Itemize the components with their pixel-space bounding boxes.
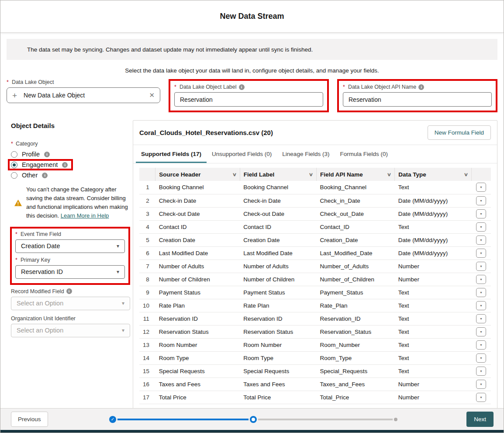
chevron-down-icon: ▼: [480, 357, 483, 360]
tab-lineage-fields-3[interactable]: Lineage Fields (3): [277, 145, 335, 163]
cell-api: Payment_Status: [317, 286, 395, 299]
radio-label: Other: [22, 172, 38, 179]
category-option-profile[interactable]: Profile: [11, 149, 50, 159]
field-label: *Primary Key: [15, 257, 125, 263]
tab-supported-fields-17[interactable]: Supported Fields (17): [136, 145, 207, 163]
select-primary-key[interactable]: Reservation ID▾: [15, 265, 125, 279]
cell-source: Room Type: [155, 351, 240, 364]
chevron-down-icon[interactable]: ∨: [309, 172, 313, 177]
row-actions: ▼: [471, 220, 491, 233]
cell-type: Text: [395, 364, 471, 378]
cell-api: Rate_Plan: [317, 299, 395, 312]
info-icon[interactable]: [418, 84, 424, 90]
select-event-time-field[interactable]: Creation Date▾: [15, 239, 125, 253]
cell-api: Room_Type: [317, 351, 395, 364]
field-table-body: 1Booking ChannelBooking ChannelBooking_C…: [139, 181, 491, 413]
cell-type: Text: [395, 351, 471, 364]
data-lake-object-pill[interactable]: + New Data Lake Object ✕: [7, 87, 160, 103]
cell-label: Number of Adults: [240, 260, 316, 273]
tab-unsupported-fields-0[interactable]: Unsupported Fields (0): [207, 145, 277, 163]
table-row: 10Rate PlanRate PlanRate_PlanText▼: [139, 299, 491, 312]
content-row: Object Details * Category ProfileEngagem…: [0, 112, 504, 419]
other-fields: Record Modified FieldSelect an Option▾Or…: [11, 288, 130, 337]
category-option-engagement[interactable]: Engagement: [8, 159, 73, 170]
sync-info-banner: The data set may be syncing. Changes and…: [7, 39, 497, 60]
row-menu-button[interactable]: ▼: [476, 393, 486, 402]
column-header-source-header[interactable]: Source Header∨: [155, 168, 240, 181]
chevron-down-icon: ▼: [480, 265, 483, 268]
row-number: 1: [139, 181, 155, 194]
row-menu-button[interactable]: ▼: [476, 380, 486, 389]
row-menu-button[interactable]: ▼: [476, 275, 486, 284]
cell-api: Number_of_Adults: [317, 260, 395, 273]
info-icon[interactable]: [239, 84, 245, 90]
row-number: 5: [139, 233, 155, 246]
key-fields-box: *Event Time FieldCreation Date▾*Primary …: [10, 227, 130, 285]
row-menu-button[interactable]: ▼: [476, 327, 486, 336]
row-menu-button[interactable]: ▼: [476, 222, 486, 232]
chevron-down-icon: ▼: [480, 278, 483, 281]
category-options: ProfileEngagementOther: [11, 149, 130, 180]
row-actions: ▼: [471, 194, 491, 207]
cell-type: Text: [395, 286, 471, 299]
next-button[interactable]: Next: [466, 412, 494, 427]
chevron-down-icon: ▼: [480, 199, 483, 202]
table-row: 4Contact IDContact IDContact_IDText▼: [139, 220, 491, 233]
row-menu-button[interactable]: ▼: [476, 236, 486, 245]
cell-source: Booking Channel: [155, 181, 240, 194]
info-icon[interactable]: [66, 288, 72, 294]
row-menu-button[interactable]: ▼: [476, 301, 486, 310]
row-number: 14: [139, 351, 155, 364]
row-actions: ▼: [471, 181, 491, 194]
cell-api: Room_Number: [317, 338, 395, 351]
field-label: Organization Unit Identifier: [11, 315, 130, 322]
info-icon[interactable]: [42, 173, 48, 178]
radio-label: Engagement: [22, 161, 58, 168]
row-menu-button[interactable]: ▼: [476, 288, 486, 297]
info-icon[interactable]: [62, 162, 68, 168]
column-header-data-type[interactable]: Data Type∨: [395, 168, 471, 181]
row-actions: ▼: [471, 299, 491, 312]
required-asterisk: *: [11, 141, 13, 147]
row-menu-button[interactable]: ▼: [476, 314, 486, 323]
row-actions: ▼: [471, 246, 491, 260]
field-event-time-field: *Event Time FieldCreation Date▾: [15, 231, 125, 253]
tab-formula-fields-0[interactable]: Formula Fields (0): [335, 145, 393, 163]
row-menu-button[interactable]: ▼: [476, 367, 486, 376]
learn-more-link[interactable]: Learn More in Help: [61, 212, 109, 219]
close-icon[interactable]: ✕: [149, 91, 155, 99]
chevron-down-icon[interactable]: ∨: [463, 172, 468, 177]
row-menu-button[interactable]: ▼: [476, 183, 486, 192]
column-header-field-api-name[interactable]: Field API Name∨: [317, 168, 395, 181]
instruction-text: Select the data lake object your data wi…: [0, 67, 504, 74]
info-icon[interactable]: [44, 152, 50, 157]
row-menu-button[interactable]: ▼: [476, 262, 486, 271]
table-row: 17Total PriceTotal PriceTotal_PriceNumbe…: [139, 391, 491, 404]
row-actions: ▼: [471, 391, 491, 404]
chevron-down-icon: ▼: [480, 396, 483, 399]
chevron-down-icon: ▼: [480, 370, 483, 373]
new-formula-field-button[interactable]: New Formula Field: [428, 125, 491, 140]
progress-indicator: ✓: [110, 416, 397, 423]
row-menu-button[interactable]: ▼: [476, 196, 486, 205]
chevron-down-icon[interactable]: ∨: [232, 172, 236, 177]
table-row: 1Booking ChannelBooking ChannelBooking_C…: [139, 181, 491, 194]
object-form-row: * Data Lake Object + New Data Lake Objec…: [0, 74, 504, 112]
radio-icon: [11, 162, 17, 168]
select-value: Creation Date: [21, 242, 60, 249]
previous-button[interactable]: Previous: [11, 412, 48, 427]
chevron-down-icon[interactable]: ∨: [387, 172, 391, 177]
category-option-other[interactable]: Other: [11, 170, 48, 180]
chevron-down-icon: ▾: [122, 327, 124, 333]
api-name-input[interactable]: [343, 92, 492, 107]
row-menu-button[interactable]: ▼: [476, 353, 486, 363]
column-header-field-label[interactable]: Field Label∨: [240, 168, 316, 181]
required-asterisk: *: [343, 84, 345, 90]
row-menu-button[interactable]: ▼: [476, 249, 486, 258]
required-asterisk: *: [174, 84, 176, 90]
row-menu-button[interactable]: ▼: [476, 340, 486, 350]
select-organization-unit-identifier: Select an Option▾: [11, 324, 130, 337]
object-label-input[interactable]: [174, 92, 323, 107]
row-menu-button[interactable]: ▼: [476, 209, 486, 218]
table-header-row: Source Header∨Field Label∨Field API Name…: [139, 168, 491, 181]
